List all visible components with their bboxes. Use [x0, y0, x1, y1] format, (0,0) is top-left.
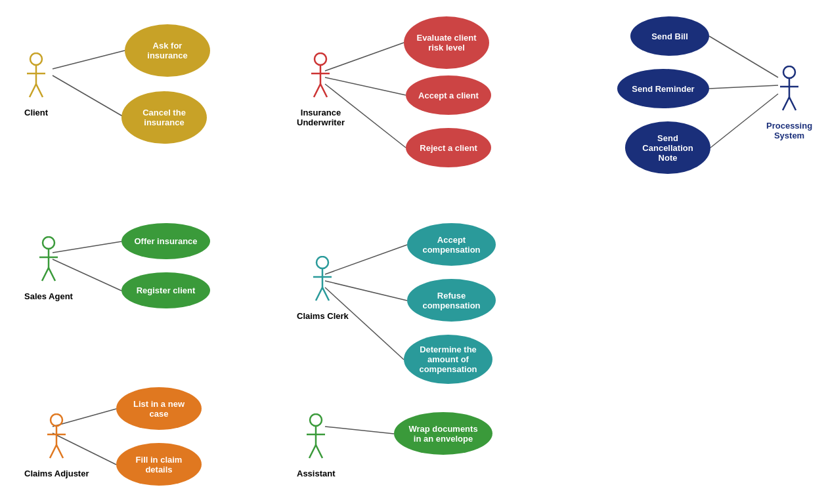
use-case-send-bill: Send Bill: [630, 16, 709, 56]
svg-line-45: [56, 445, 63, 458]
diagram-container: ClientInsurance UnderwriterProcessing Sy…: [0, 0, 828, 504]
use-case-send-cancellation: Send Cancellation Note: [625, 121, 710, 174]
use-case-ask-insurance: Ask for insurance: [125, 24, 210, 77]
svg-line-20: [36, 84, 43, 97]
use-case-list-new-case: List in a new case: [116, 387, 202, 430]
actor-claims-clerk: Claims Clerk: [297, 256, 349, 321]
svg-line-49: [309, 445, 316, 458]
svg-line-39: [316, 287, 322, 301]
actor-label-processing-system: Processing System: [766, 121, 812, 140]
svg-line-30: [789, 97, 796, 110]
actor-sales-agent: Sales Agent: [24, 236, 73, 301]
use-case-offer-insurance: Offer insurance: [121, 223, 210, 259]
actor-processing-system: Processing System: [766, 66, 812, 140]
use-case-accept-client: Accept a client: [406, 75, 491, 115]
svg-point-21: [315, 53, 326, 65]
svg-point-16: [30, 53, 42, 65]
svg-line-29: [783, 97, 789, 110]
svg-line-25: [320, 84, 327, 97]
actor-label-claims-clerk: Claims Clerk: [297, 311, 349, 321]
actor-label-client: Client: [24, 108, 48, 117]
actor-label-insurance-underwriter: Insurance Underwriter: [297, 108, 345, 127]
use-case-fill-claim: Fill in claim details: [116, 443, 202, 486]
actor-label-claims-adjuster: Claims Adjuster: [24, 469, 89, 478]
svg-line-15: [325, 427, 394, 434]
svg-line-50: [316, 445, 322, 458]
actor-assistant: Assistant: [297, 413, 336, 478]
svg-line-35: [49, 268, 55, 281]
svg-point-31: [43, 237, 54, 249]
svg-point-41: [51, 414, 62, 426]
use-case-reject-client: Reject a client: [406, 128, 491, 167]
use-case-cancel-insurance: Cancel the insurance: [121, 91, 207, 144]
svg-point-46: [310, 414, 322, 426]
svg-point-36: [316, 257, 328, 268]
use-case-determine-compensation: Determine the amount of compensation: [404, 335, 492, 384]
actor-insurance-underwriter: Insurance Underwriter: [297, 52, 345, 127]
svg-line-40: [322, 287, 329, 301]
svg-line-0: [53, 51, 125, 69]
actor-label-sales-agent: Sales Agent: [24, 291, 73, 301]
svg-line-24: [314, 84, 320, 97]
actor-label-assistant: Assistant: [297, 469, 336, 478]
use-case-refuse-compensation: Refuse compensation: [407, 279, 496, 322]
use-case-accept-compensation: Accept compensation: [407, 223, 496, 266]
svg-line-34: [42, 268, 49, 281]
svg-point-26: [783, 66, 795, 78]
use-case-send-reminder: Send Reminder: [617, 69, 709, 108]
svg-line-44: [50, 445, 56, 458]
svg-line-1: [53, 75, 125, 117]
use-case-register-client: Register client: [121, 272, 210, 308]
use-case-evaluate-client: Evaluate client risk level: [404, 16, 489, 69]
svg-line-19: [30, 84, 36, 97]
actor-client: Client: [24, 52, 48, 117]
use-case-wrap-documents: Wrap documents in an envelope: [394, 412, 492, 455]
actor-claims-adjuster: Claims Adjuster: [24, 413, 89, 478]
